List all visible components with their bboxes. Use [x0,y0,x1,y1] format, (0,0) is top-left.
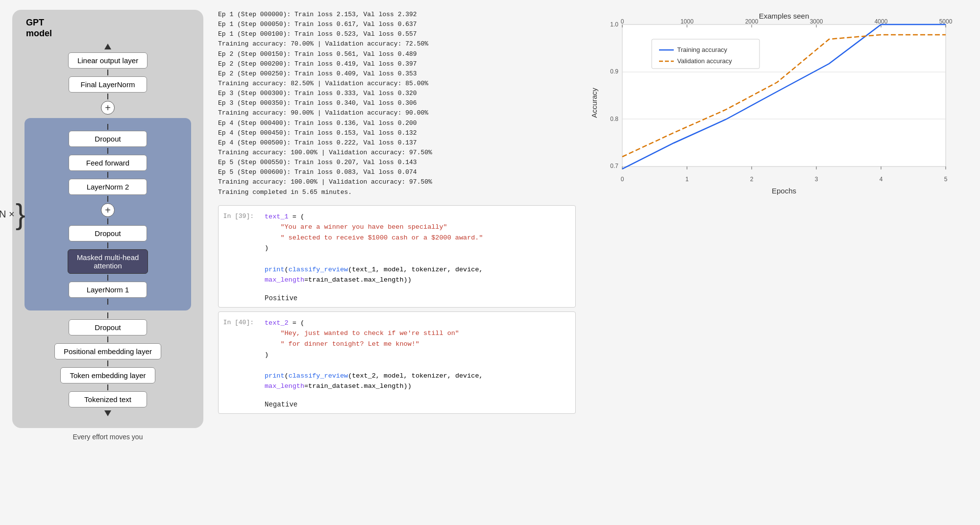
cell-39-header: In [39]: text_1 = ( "You are a winner yo… [219,206,575,291]
top-arrow [104,44,111,49]
connector [107,384,108,390]
cell-40-output: Negative [219,398,575,413]
svg-text:Validation accuracy: Validation accuracy [677,57,732,65]
masked-attention-box: Masked multi-headattention [68,249,148,274]
svg-text:Training accuracy: Training accuracy [677,46,728,53]
layernorm1-box: LayerNorm 1 [69,282,147,298]
token-embedding-box: Token embedding layer [60,367,155,383]
chart-section: Examples seen 0 1000 2000 3000 4000 5000… [583,0,980,525]
svg-text:0.9: 0.9 [610,68,618,75]
svg-text:1000: 1000 [681,18,694,25]
connector [107,218,108,224]
connector [107,360,108,366]
plus-circle-top: + [101,101,115,115]
linear-output-box: Linear output layer [68,52,147,69]
connector [107,336,108,342]
cell-39-output: Positive [219,291,575,307]
dropout2-box: Dropout [69,225,147,241]
svg-text:Examples seen: Examples seen [759,12,809,20]
connector [107,172,108,178]
cell-40-header: In [40]: text_2 = ( "Hey, just wanted to… [219,312,575,398]
svg-text:4: 4 [880,176,883,183]
positional-embedding-box: Positional embedding layer [54,343,161,359]
svg-text:3000: 3000 [810,18,823,25]
connector [107,299,108,305]
connector [107,124,108,130]
cell-39: In [39]: text_1 = ( "You are a winner yo… [218,205,576,308]
dropout3-box: Dropout [69,319,147,335]
final-layernorm-box: Final LayerNorm [69,76,147,93]
svg-text:0.8: 0.8 [610,116,618,122]
diagram-section: GPTmodel Linear output layer Final Layer… [0,0,211,525]
accuracy-chart: Examples seen 0 1000 2000 3000 4000 5000… [588,10,970,201]
svg-text:0.7: 0.7 [610,163,618,169]
layernorm2-box: LayerNorm 2 [69,179,147,195]
diagram-caption: Every effort moves you [73,433,143,441]
svg-text:2000: 2000 [745,18,759,25]
middle-section: Ep 1 (Step 000000): Train loss 2.153, Va… [211,0,583,525]
connector [107,70,108,75]
dropout1-box: Dropout [69,131,147,147]
console-output: Ep 1 (Step 000000): Train loss 2.153, Va… [218,10,576,197]
connector [107,242,108,248]
n-times-label: N × } [0,200,25,229]
svg-text:3: 3 [815,176,818,183]
svg-text:1.0: 1.0 [610,21,618,28]
connector [107,312,108,318]
feed-forward-box: Feed forward [69,155,147,171]
connector [107,94,108,99]
cell-40-code: text_2 = ( "Hey, just wanted to check if… [258,312,575,398]
connector [107,196,108,202]
transformer-block: N × } Dropout Feed forward LayerNorm 2 +… [24,118,191,310]
svg-text:0: 0 [621,176,624,183]
cell-39-code: text_1 = ( "You are a winner you have be… [258,206,575,291]
plus-circle-mid: + [101,203,115,217]
n-label: N × [0,209,15,220]
brace-icon: } [16,200,25,229]
gpt-title: GPTmodel [26,18,52,39]
svg-text:1: 1 [686,176,689,183]
cell-39-label: In [39]: [219,206,258,291]
svg-text:Accuracy: Accuracy [590,88,598,118]
svg-text:2: 2 [750,176,754,183]
connector [107,148,108,154]
svg-text:5: 5 [944,176,948,183]
cell-40: In [40]: text_2 = ( "Hey, just wanted to… [218,311,576,414]
tokenized-text-box: Tokenized text [69,391,147,407]
bottom-arrow [104,410,111,416]
gpt-diagram: GPTmodel Linear output layer Final Layer… [12,10,203,428]
svg-text:0: 0 [621,18,624,25]
cell-40-label: In [40]: [219,312,258,398]
svg-text:Epochs: Epochs [772,187,796,195]
connector [107,275,108,281]
